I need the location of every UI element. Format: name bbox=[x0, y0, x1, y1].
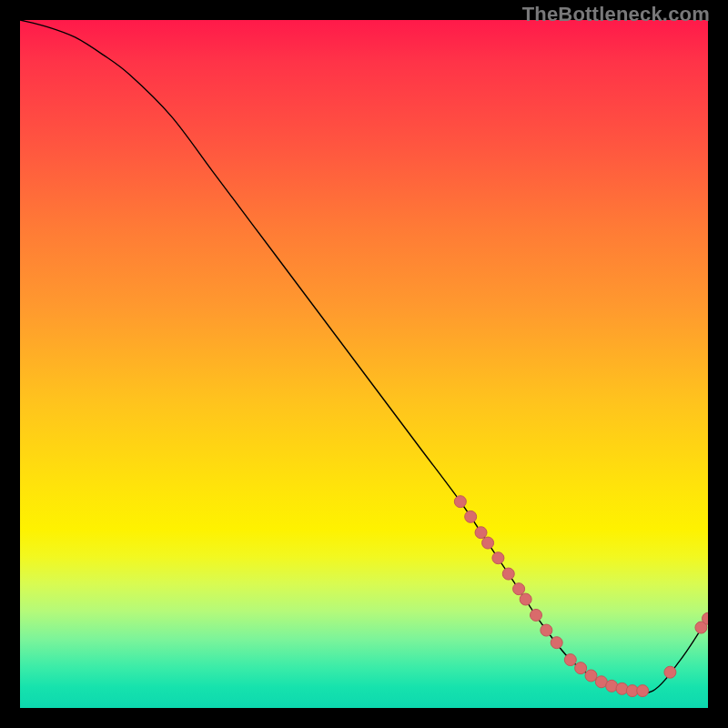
data-point bbox=[475, 527, 487, 539]
data-point bbox=[520, 593, 531, 605]
bottleneck-curve bbox=[20, 20, 708, 693]
scatter-points bbox=[454, 496, 708, 697]
chart-stage: TheBottleneck.com bbox=[0, 0, 728, 728]
data-point bbox=[616, 682, 628, 694]
data-point bbox=[664, 666, 676, 678]
data-point bbox=[564, 654, 576, 666]
data-point bbox=[637, 685, 649, 697]
data-point bbox=[482, 537, 494, 549]
data-point bbox=[531, 609, 542, 621]
data-point bbox=[465, 511, 477, 522]
data-point bbox=[513, 583, 525, 595]
data-point bbox=[492, 552, 504, 564]
data-point bbox=[454, 496, 466, 508]
plot-area bbox=[20, 20, 708, 708]
chart-svg bbox=[20, 20, 708, 708]
data-point bbox=[502, 568, 514, 580]
attribution-label: TheBottleneck.com bbox=[522, 3, 710, 26]
data-point bbox=[551, 637, 562, 649]
data-point bbox=[585, 670, 597, 682]
data-point bbox=[541, 624, 552, 636]
data-point bbox=[575, 662, 587, 674]
